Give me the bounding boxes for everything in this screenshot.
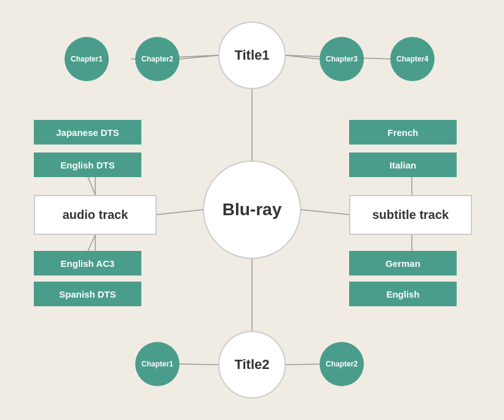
chapter2-bot: Chapter2 bbox=[320, 342, 364, 386]
chapter2-top: Chapter2 bbox=[135, 37, 179, 81]
chapter1-top-label: Chapter1 bbox=[71, 55, 103, 63]
audio-track-box: audio track bbox=[34, 195, 157, 235]
svg-line-8 bbox=[157, 210, 203, 215]
bluray-center: Blu-ray bbox=[203, 160, 301, 259]
english-dts-box: English DTS bbox=[34, 153, 141, 177]
german-label: German bbox=[385, 258, 420, 269]
chapter1-bot: Chapter1 bbox=[135, 342, 179, 386]
japanese-dts-label: Japanese DTS bbox=[56, 127, 119, 138]
chapter4-top: Chapter4 bbox=[390, 37, 435, 81]
chapter4-top-label: Chapter4 bbox=[396, 55, 428, 63]
chapter3-top: Chapter3 bbox=[320, 37, 364, 81]
svg-line-11 bbox=[88, 177, 95, 195]
french-label: French bbox=[387, 127, 418, 138]
english-ac3-label: English AC3 bbox=[61, 258, 115, 269]
title1-label: Title1 bbox=[234, 47, 269, 63]
title2-circle: Title2 bbox=[218, 331, 286, 398]
diagram: Blu-ray Title1 Title2 Chapter1 Chapter2 … bbox=[0, 0, 504, 420]
svg-line-7 bbox=[286, 364, 320, 365]
chapter3-top-label: Chapter3 bbox=[326, 55, 358, 63]
chapter1-top: Chapter1 bbox=[65, 37, 109, 81]
svg-line-3 bbox=[179, 55, 218, 59]
spanish-dts-label: Spanish DTS bbox=[59, 289, 116, 299]
subtitle-track-label: subtitle track bbox=[372, 208, 449, 222]
chapter1-bot-label: Chapter1 bbox=[141, 360, 173, 368]
svg-line-13 bbox=[88, 235, 95, 251]
spanish-dts-box: Spanish DTS bbox=[34, 282, 141, 306]
german-box: German bbox=[349, 251, 457, 275]
english-sub-label: English bbox=[386, 289, 419, 299]
svg-line-6 bbox=[179, 364, 218, 365]
english-dts-label: English DTS bbox=[60, 160, 114, 170]
title2-label: Title2 bbox=[234, 357, 269, 373]
french-box: French bbox=[349, 120, 457, 145]
svg-line-9 bbox=[301, 210, 349, 215]
japanese-dts-box: Japanese DTS bbox=[34, 120, 141, 145]
subtitle-track-box: subtitle track bbox=[349, 195, 472, 235]
italian-label: Italian bbox=[390, 160, 416, 170]
bluray-label: Blu-ray bbox=[222, 200, 282, 220]
chapter2-top-label: Chapter2 bbox=[141, 55, 173, 63]
english-ac3-box: English AC3 bbox=[34, 251, 141, 275]
english-sub-box: English bbox=[349, 282, 457, 306]
title1-circle: Title1 bbox=[218, 22, 286, 89]
chapter2-bot-label: Chapter2 bbox=[326, 360, 358, 368]
italian-box: Italian bbox=[349, 153, 457, 177]
audio-track-label: audio track bbox=[63, 208, 128, 222]
svg-line-4 bbox=[286, 55, 320, 59]
